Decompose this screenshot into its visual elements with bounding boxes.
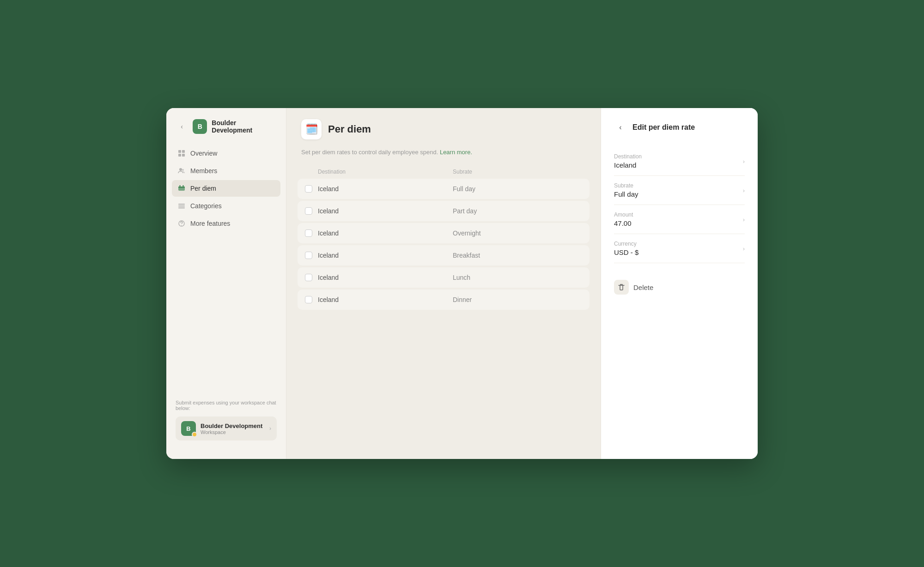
svg-point-4 <box>179 168 182 171</box>
categories-label: Categories <box>190 202 222 210</box>
field-currency[interactable]: Currency USD - $ › <box>614 234 745 263</box>
destination-value: Iceland <box>614 161 642 169</box>
row-subrate-4: Lunch <box>453 274 582 281</box>
amount-chevron-icon: › <box>743 216 745 223</box>
members-label: Members <box>190 167 217 175</box>
main-content: 🗓️ Per diem Set per diem rates to contro… <box>286 108 601 459</box>
chat-name: Boulder Development <box>201 422 265 429</box>
svg-rect-2 <box>178 154 181 157</box>
table-header-destination: Destination <box>318 169 447 175</box>
members-icon <box>177 167 186 175</box>
table-header: Destination Subrate <box>298 165 590 179</box>
submit-hint: Submit expenses using your workspace cha… <box>176 400 277 411</box>
subrate-label: Subrate <box>614 182 638 189</box>
field-subrate-content: Subrate Full day <box>614 182 638 198</box>
table-row[interactable]: Iceland Full day <box>298 179 590 199</box>
subrate-chevron-icon: › <box>743 187 745 194</box>
delete-button[interactable]: Delete <box>614 274 745 300</box>
delete-icon <box>614 280 629 295</box>
svg-rect-11 <box>178 205 185 207</box>
table-header-subrate: Subrate <box>453 169 582 175</box>
learn-more-link[interactable]: Learn more. <box>440 149 472 156</box>
table-row[interactable]: Iceland Breakfast <box>298 245 590 265</box>
sidebar-item-overview[interactable]: Overview <box>172 145 280 162</box>
row-checkbox-1[interactable] <box>305 207 312 215</box>
table-container: Destination Subrate Iceland Full day Ice… <box>286 165 601 312</box>
workspace-avatar: B <box>193 119 207 134</box>
field-subrate[interactable]: Subrate Full day › <box>614 176 745 205</box>
svg-rect-0 <box>178 150 181 153</box>
field-currency-content: Currency USD - $ <box>614 241 638 256</box>
row-subrate-3: Breakfast <box>453 252 582 259</box>
row-subrate-0: Full day <box>453 185 582 193</box>
chat-avatar: B <box>181 421 196 436</box>
sidebar-item-per-diem[interactable]: Per diem <box>172 180 280 197</box>
subrate-value: Full day <box>614 190 638 198</box>
row-checkbox-4[interactable] <box>305 274 312 281</box>
svg-rect-10 <box>178 204 185 205</box>
table-row[interactable]: Iceland Dinner <box>298 290 590 310</box>
field-amount[interactable]: Amount 47.00 › <box>614 205 745 234</box>
svg-rect-9 <box>182 185 184 187</box>
field-destination[interactable]: Destination Iceland › <box>614 147 745 176</box>
currency-label: Currency <box>614 241 638 247</box>
sidebar-footer: Submit expenses using your workspace cha… <box>166 392 286 448</box>
currency-chevron-icon: › <box>743 245 745 252</box>
categories-icon <box>177 202 186 210</box>
sidebar: ‹ B Boulder Development Overview <box>166 108 286 459</box>
svg-rect-8 <box>179 185 181 187</box>
main-page-title: Per diem <box>328 123 371 135</box>
field-amount-content: Amount 47.00 <box>614 211 633 227</box>
row-destination-4: Iceland <box>318 274 447 281</box>
svg-rect-1 <box>182 150 185 153</box>
row-destination-3: Iceland <box>318 252 447 259</box>
table-row[interactable]: Iceland Lunch <box>298 267 590 288</box>
chat-chevron-icon: › <box>269 425 271 432</box>
row-checkbox-5[interactable] <box>305 296 312 303</box>
svg-rect-3 <box>182 154 185 157</box>
chat-avatar-badge <box>192 432 197 437</box>
row-destination-5: Iceland <box>318 296 447 303</box>
table-row[interactable]: Iceland Overnight <box>298 223 590 243</box>
app-container: ‹ B Boulder Development Overview <box>166 108 758 459</box>
currency-value: USD - $ <box>614 248 638 256</box>
sidebar-item-members[interactable]: Members <box>172 163 280 179</box>
panel-title: Edit per diem rate <box>632 123 695 132</box>
more-features-icon <box>177 219 186 228</box>
destination-chevron-icon: › <box>743 158 745 165</box>
per-diem-label: Per diem <box>190 185 216 192</box>
row-subrate-2: Overnight <box>453 229 582 237</box>
more-features-label: More features <box>190 220 230 227</box>
row-destination-2: Iceland <box>318 229 447 237</box>
main-subtitle: Set per diem rates to control daily empl… <box>286 149 601 165</box>
panel-back-button[interactable]: ‹ <box>614 121 627 134</box>
sidebar-header: ‹ B Boulder Development <box>166 119 286 145</box>
sidebar-item-more-features[interactable]: More features <box>172 215 280 232</box>
row-destination-1: Iceland <box>318 207 447 215</box>
row-subrate-5: Dinner <box>453 296 582 303</box>
sidebar-back-button[interactable]: ‹ <box>176 120 188 133</box>
delete-label: Delete <box>633 284 653 291</box>
row-checkbox-0[interactable] <box>305 185 312 193</box>
workspace-chat-button[interactable]: B Boulder Development Workspace › <box>176 416 277 440</box>
per-diem-header-icon: 🗓️ <box>301 119 322 139</box>
amount-value: 47.00 <box>614 219 633 227</box>
chat-info: Boulder Development Workspace <box>201 422 265 435</box>
row-subrate-1: Part day <box>453 207 582 215</box>
main-header: 🗓️ Per diem <box>286 108 601 149</box>
row-checkbox-3[interactable] <box>305 252 312 259</box>
row-destination-0: Iceland <box>318 185 447 193</box>
svg-point-14 <box>181 225 182 226</box>
row-checkbox-2[interactable] <box>305 229 312 237</box>
svg-point-5 <box>182 169 184 171</box>
svg-rect-12 <box>178 207 185 209</box>
amount-label: Amount <box>614 211 633 218</box>
sidebar-nav: Overview Members <box>166 145 286 232</box>
right-panel: ‹ Edit per diem rate Destination Iceland… <box>601 108 758 459</box>
sidebar-item-categories[interactable]: Categories <box>172 198 280 214</box>
destination-label: Destination <box>614 153 642 160</box>
overview-label: Overview <box>190 150 217 157</box>
table-row[interactable]: Iceland Part day <box>298 201 590 221</box>
panel-header: ‹ Edit per diem rate <box>614 121 745 134</box>
per-diem-icon <box>177 184 186 193</box>
